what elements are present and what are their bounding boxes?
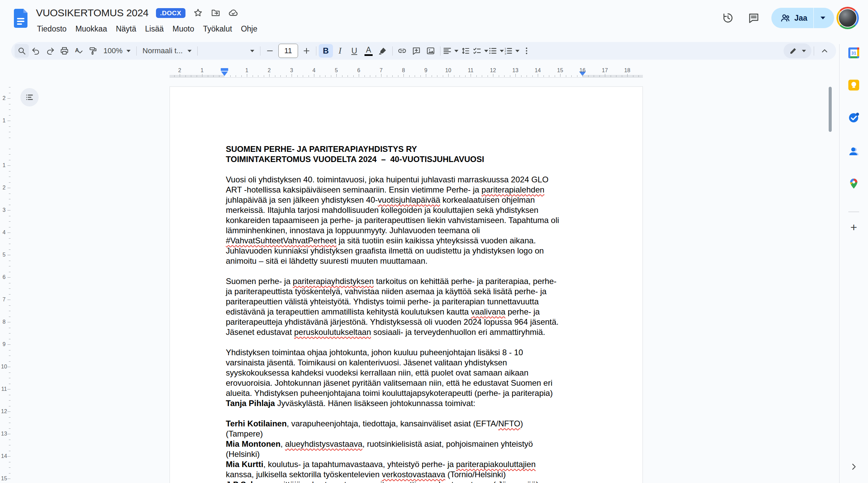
ruler-tick xyxy=(9,244,11,244)
checklist-icon[interactable] xyxy=(473,44,488,58)
move-folder-icon[interactable] xyxy=(211,8,221,18)
print-icon[interactable] xyxy=(57,44,72,58)
italic-icon[interactable]: I xyxy=(333,44,347,58)
font-size-value[interactable]: 11 xyxy=(278,44,298,58)
ruler-tick xyxy=(555,75,555,77)
ruler-tick xyxy=(443,75,443,77)
paragraph-styles-select[interactable]: Normaali t... xyxy=(139,44,195,58)
ruler-tick xyxy=(448,74,449,77)
menu-item-nayta[interactable]: Näytä xyxy=(112,22,141,35)
zoom-select[interactable]: 100% xyxy=(100,44,134,58)
font-family-select[interactable] xyxy=(200,44,258,58)
ruler-tick xyxy=(247,74,247,77)
ruler-tick xyxy=(9,440,11,440)
menu-item-tiedosto[interactable]: Tiedosto xyxy=(33,22,71,35)
ruler-tick xyxy=(9,221,11,222)
ruler-number: 6 xyxy=(357,67,360,74)
pen-icon xyxy=(789,47,797,55)
ruler-tick xyxy=(9,294,11,295)
docs-logo-icon[interactable] xyxy=(14,9,27,28)
ruler-number: 11 xyxy=(1,386,7,392)
editing-mode-select[interactable] xyxy=(784,43,811,58)
text-color-icon[interactable]: A xyxy=(361,44,376,58)
ruler-tick xyxy=(7,121,11,121)
insert-link-icon[interactable] xyxy=(395,44,409,58)
doc-line: SUOMEN PERHE- JA PARITERAPIAYHDISTYS RY xyxy=(226,144,600,154)
ruler-number: 7 xyxy=(3,297,6,303)
menu-item-lisaa[interactable]: Lisää xyxy=(141,22,168,35)
document-title[interactable]: VUOSIKERTOMUS 2024 xyxy=(36,7,149,19)
more-options-icon[interactable] xyxy=(519,44,534,58)
ruler-tick xyxy=(331,75,331,77)
collapse-toolbar-icon[interactable] xyxy=(816,44,833,58)
undo-icon[interactable] xyxy=(29,44,43,58)
google-calendar-icon[interactable]: 31 xyxy=(848,47,860,59)
ruler-tick xyxy=(9,317,11,317)
add-comment-icon[interactable] xyxy=(409,44,423,58)
cloud-saved-icon[interactable] xyxy=(228,8,238,18)
ruler-tick xyxy=(9,154,11,155)
redo-icon[interactable] xyxy=(43,44,57,58)
menu-item-muokkaa[interactable]: Muokkaa xyxy=(71,22,111,35)
vertical-ruler[interactable]: 21123456789101112131415 xyxy=(0,78,12,483)
doc-line: animoitu – sitä ei lähdetty suuresti muu… xyxy=(226,256,600,266)
menu-item-ohje[interactable]: Ohje xyxy=(236,22,262,35)
google-keep-icon[interactable] xyxy=(848,79,860,91)
account-avatar[interactable] xyxy=(836,7,859,29)
spellcheck-icon[interactable]: A xyxy=(72,44,86,58)
comments-icon[interactable] xyxy=(746,10,762,26)
horizontal-ruler[interactable]: 21123456789101112131415161718 xyxy=(0,67,840,78)
google-maps-icon[interactable] xyxy=(848,178,860,190)
ruler-tick xyxy=(9,400,11,401)
underline-icon[interactable]: U xyxy=(347,44,361,58)
ruler-tick xyxy=(7,277,11,278)
numbered-list-icon[interactable]: 123 xyxy=(504,44,519,58)
ruler-tick xyxy=(9,149,11,149)
google-contacts-icon[interactable] xyxy=(848,145,860,158)
menu-item-muoto[interactable]: Muoto xyxy=(168,22,199,35)
bulleted-list-icon[interactable] xyxy=(488,44,504,58)
ruler-tick xyxy=(605,74,605,77)
insert-image-icon[interactable] xyxy=(423,44,438,58)
toolbar-separator xyxy=(197,46,198,56)
doc-line: alueita. Yhdistyksen puheenjohtajana toi… xyxy=(226,388,600,398)
ruler-tick xyxy=(9,171,11,172)
ruler-tick xyxy=(219,75,219,77)
ruler-tick xyxy=(611,75,611,77)
doc-text[interactable]: SUOMEN PERHE- JA PARITERAPIAYHDISTYS RYT… xyxy=(226,144,600,483)
paragraph: Vuosi oli yhdistyksen 40. toimintavuosi,… xyxy=(226,175,600,266)
star-icon[interactable] xyxy=(193,8,203,18)
decrease-font-size-icon[interactable] xyxy=(263,44,277,58)
menu-item-tyokalut[interactable]: Työkalut xyxy=(199,22,237,35)
align-icon[interactable] xyxy=(443,44,458,58)
google-tasks-icon[interactable] xyxy=(848,112,860,124)
share-dropdown-caret[interactable] xyxy=(821,17,825,19)
search-menus-icon[interactable] xyxy=(15,44,29,58)
ruler-tick xyxy=(253,75,253,77)
bold-icon[interactable]: B xyxy=(319,44,333,58)
highlight-color-icon[interactable] xyxy=(376,44,390,58)
doc-line: edistävänä ja terapeuttien ammatillista … xyxy=(226,307,600,317)
increase-font-size-icon[interactable] xyxy=(299,44,314,58)
document-outline-button[interactable] xyxy=(20,88,39,106)
ruler-tick xyxy=(325,75,326,77)
line-spacing-icon[interactable] xyxy=(458,44,473,58)
vertical-scrollbar[interactable] xyxy=(829,87,832,132)
ruler-tick xyxy=(622,75,622,77)
ruler-number: 4 xyxy=(3,229,6,236)
ruler-tick xyxy=(465,75,466,77)
document-page[interactable]: SUOMEN PERHE- JA PARITERAPIAYHDISTYS RYT… xyxy=(170,86,643,483)
ruler-tick xyxy=(566,75,566,77)
toolbar-separator xyxy=(814,46,814,56)
left-indent-marker[interactable] xyxy=(221,72,228,76)
first-line-indent-marker[interactable] xyxy=(221,68,228,71)
ruler-number: 18 xyxy=(624,67,630,74)
ruler-tick xyxy=(191,75,191,77)
share-button[interactable]: Jaa xyxy=(771,8,834,28)
show-side-panel-icon[interactable] xyxy=(848,461,859,472)
ruler-tick xyxy=(9,199,11,199)
paint-format-icon[interactable] xyxy=(86,44,100,58)
zoom-value: 100% xyxy=(103,46,122,55)
version-history-icon[interactable] xyxy=(720,10,736,26)
get-add-ons-icon[interactable]: + xyxy=(848,221,860,233)
